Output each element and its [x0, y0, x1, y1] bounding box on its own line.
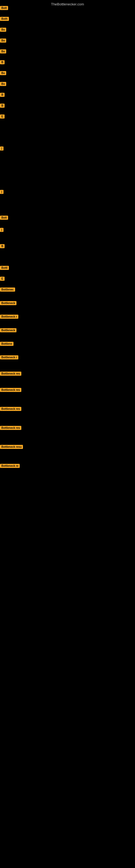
badge-6: B [0, 60, 5, 64]
badge-8: Bo [0, 82, 6, 86]
badge-1: Bott [0, 6, 8, 10]
badge-bottleneck-res-1: Bottleneck res [0, 372, 21, 376]
badge-bottleneck-r-1: Bottleneck r [0, 315, 18, 319]
badge-5: Bo [0, 50, 6, 54]
badge-bottleneck-1: Bottleneck [0, 301, 16, 305]
badge-7: Bo [0, 71, 6, 75]
badge-10: B [0, 104, 5, 108]
badge-3: Bo [0, 28, 6, 32]
badge-bottleneck-r-2: Bottleneck r [0, 355, 18, 360]
badge-9: B [0, 93, 5, 97]
badge-b-mid: B [0, 244, 5, 248]
badge-e-2: E [0, 277, 5, 281]
badge-bottleneck-2: Bottleneck [0, 328, 16, 332]
badge-bott-mid: Bott [0, 216, 8, 220]
badge-bottlene-1: Bottlene [0, 342, 13, 346]
badge-vline-2: | [0, 190, 3, 194]
badge-bottlenec-1: Bottlenec [0, 287, 15, 291]
badge-11: E [0, 115, 5, 119]
badge-bottleneck-res-2: Bottleneck res [0, 388, 21, 392]
badge-vline-1: | [0, 147, 3, 151]
badge-bottleneck-re-1: Bottleneck re [0, 464, 20, 468]
badge-bottleneck-res-4: Bottleneck res [0, 426, 21, 430]
badge-bottleneck-resu-1: Bottleneck resu [0, 445, 23, 449]
site-title: TheBottlenecker.com [51, 2, 84, 6]
badge-2: Both [0, 17, 9, 21]
badge-bottleneck-res-3: Bottleneck res [0, 407, 21, 411]
badge-4: Bo [0, 38, 6, 42]
badge-vline-3: | [0, 228, 3, 232]
badge-bottl-2: Bottl [0, 266, 9, 270]
